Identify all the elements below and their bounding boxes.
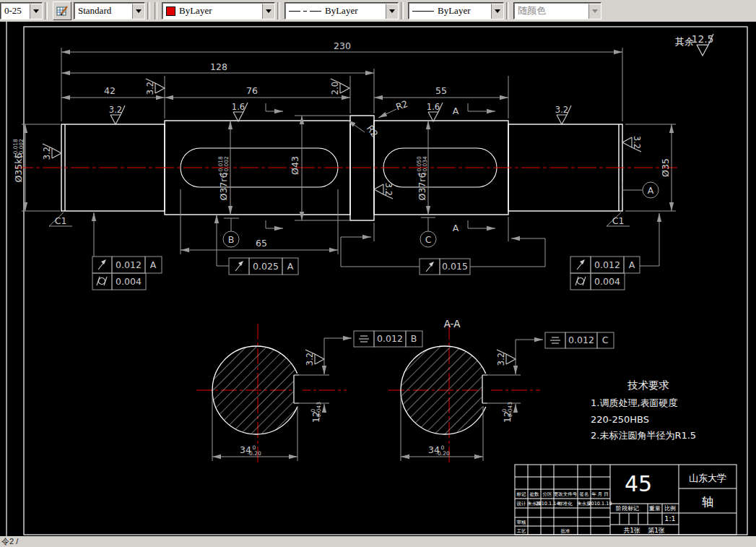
circular-runout-icon	[98, 259, 106, 270]
tolerance-value: 0.004	[116, 276, 142, 287]
symmetry-icon	[359, 336, 369, 342]
dimensions: 230 128 42 76 55 65 Ø35k6 +0.018 +0.002 …	[12, 40, 676, 254]
chamfer-right-label: C1	[612, 215, 625, 226]
dim-dia35k6: Ø35k6 +0.018 +0.002	[12, 139, 25, 183]
tolerance-value: 0.025	[253, 261, 279, 272]
roughness-symbols: 3.2 1.6 1.6 3.2 3.2 2.0 3.2 3.2 3.2 3.2 …	[42, 33, 713, 366]
toolbar-separator	[155, 2, 157, 20]
dim-dia35: Ø35	[660, 158, 671, 177]
fillet-r2-label: R2	[394, 98, 409, 113]
title-block: 45 山东大学 轴 标记 处数 分区 更改文件号 签名 年 月 日 设计 朱永振…	[515, 465, 737, 535]
tb-sheet-number: 第1张	[648, 527, 665, 534]
tolerance-value: 0.012	[594, 259, 620, 270]
svg-text:-0.20: -0.20	[435, 450, 450, 457]
layer-combo[interactable]: 0-25	[0, 2, 43, 20]
chevron-down-icon	[495, 9, 500, 13]
color-combo[interactable]: ByLayer	[162, 2, 275, 20]
tb-header: 更改文件号	[554, 491, 578, 497]
dim-dia43: Ø43	[290, 156, 300, 175]
dim-keyway-depth: 12 0 -0.043	[310, 402, 322, 423]
toolbar-separator	[147, 2, 150, 20]
tech-line2: 220-250HBS	[591, 414, 649, 425]
chevron-down-icon	[389, 9, 395, 13]
tolerance-datum: A	[150, 259, 157, 270]
style-manager-icon	[56, 5, 69, 17]
text-style-combo[interactable]: Standard	[74, 2, 145, 20]
tech-line3: 2.未标注圆角半径为R1.5	[591, 430, 696, 441]
circular-runout-icon	[426, 262, 434, 272]
symmetry-icon	[550, 337, 560, 343]
section-arrow-top-label: A	[453, 105, 459, 116]
roughness-value: 3.2	[383, 183, 394, 196]
lineweight-combo-dropdown[interactable]	[491, 4, 503, 19]
dim-keyway-width: 34 0 -0.20	[428, 444, 450, 457]
plotstyle-combo-dropdown	[588, 4, 601, 19]
svg-text:+0.002: +0.002	[18, 139, 25, 159]
drawing-canvas[interactable]: 230 128 42 76 55 65 Ø35k6 +0.018 +0.002 …	[0, 22, 756, 536]
linetype-combo[interactable]: ByLayer	[284, 2, 399, 20]
style-manager-button[interactable]	[53, 1, 71, 20]
dim-128: 128	[210, 61, 227, 72]
material-grade: 45	[625, 471, 652, 496]
svg-text:+0.034: +0.034	[422, 156, 428, 176]
layer-combo-value: 0-25	[1, 5, 30, 17]
roughness-value: 3.2	[305, 353, 315, 366]
tb-design: 设计	[517, 501, 527, 507]
roughness-value: 2.0	[330, 82, 340, 95]
roughness-value: 1.6	[427, 102, 440, 112]
chevron-down-icon	[33, 9, 39, 13]
dim-dia37r6-left: Ø37r6 +0.018 +0.002	[217, 156, 230, 201]
dashdot-linetype-icon	[289, 11, 321, 12]
tb-scale-value: 1:1	[664, 514, 675, 522]
chevron-down-icon	[136, 9, 142, 13]
lineweight-combo[interactable]: ByLayer	[408, 2, 504, 20]
svg-text:-0.043: -0.043	[507, 402, 513, 419]
datum-a-label: A	[648, 185, 654, 196]
dim-keyway-width: 34 0 -0.20	[240, 444, 261, 457]
dim-65: 65	[256, 238, 267, 249]
solid-line-icon	[412, 11, 434, 12]
toolbar-separator	[401, 2, 404, 20]
toolbar-separator	[277, 2, 280, 20]
linetype-combo-dropdown[interactable]	[386, 4, 398, 19]
general-roughness-prefix: 其余	[675, 36, 694, 47]
tb-header: 标记	[516, 491, 527, 497]
text-style-dropdown[interactable]	[132, 4, 144, 19]
organization: 山东大学	[689, 473, 726, 483]
svg-text:Ø35: Ø35	[660, 158, 671, 177]
roughness-value: 1.6	[232, 102, 245, 112]
lineweight-combo-value: ByLayer	[434, 5, 491, 17]
linetype-combo-value: ByLayer	[321, 5, 386, 17]
fillet-r2-label: R2	[365, 123, 381, 139]
tolerance-frames: 0.012 A 0.004 0.025 A 0.015 0.012 A	[92, 212, 659, 374]
technical-requirements: 技术要求 1.调质处理,表面硬度 220-250HBS 2.未标注圆角半径为R1…	[591, 379, 696, 441]
command-line-bar[interactable]: 令2 /	[0, 536, 756, 547]
circular-runout-icon	[235, 261, 243, 271]
tb-standardize: 标准化	[557, 501, 573, 507]
tolerance-datum: A	[287, 261, 294, 272]
circular-runout-icon	[577, 259, 585, 270]
tolerance-value: 0.012	[116, 259, 142, 270]
tech-line1: 1.调质处理,表面硬度	[591, 397, 678, 408]
roughness-value: 3.2	[496, 353, 506, 366]
tech-title: 技术要求	[627, 379, 669, 391]
tolerance-value: 0.012	[568, 335, 594, 345]
plotstyle-combo-value: 随颜色	[514, 4, 588, 17]
command-line-text: 令2 /	[1, 536, 18, 547]
layer-combo-dropdown[interactable]	[30, 4, 42, 19]
toolbar-separator	[45, 2, 48, 20]
color-combo-dropdown[interactable]	[262, 4, 274, 19]
chevron-down-icon	[266, 9, 271, 13]
roughness-value: 3.2	[632, 136, 642, 149]
tolerance-datum: C	[602, 335, 609, 345]
dim-76: 76	[246, 85, 258, 96]
tolerance-datum: A	[629, 259, 635, 270]
cylindricity-icon	[97, 277, 107, 285]
tolerance-value: 0.012	[377, 333, 403, 344]
dim-55: 55	[435, 85, 447, 96]
tolerance-value: 0.015	[442, 261, 468, 272]
tb-header: 处数	[530, 491, 540, 497]
chamfer-fillet-labels: C1 C1 R2 R2	[49, 98, 630, 226]
shaft-drawing: 230 128 42 76 55 65 Ø35k6 +0.018 +0.002 …	[0, 22, 756, 536]
part-name: 轴	[702, 495, 713, 509]
